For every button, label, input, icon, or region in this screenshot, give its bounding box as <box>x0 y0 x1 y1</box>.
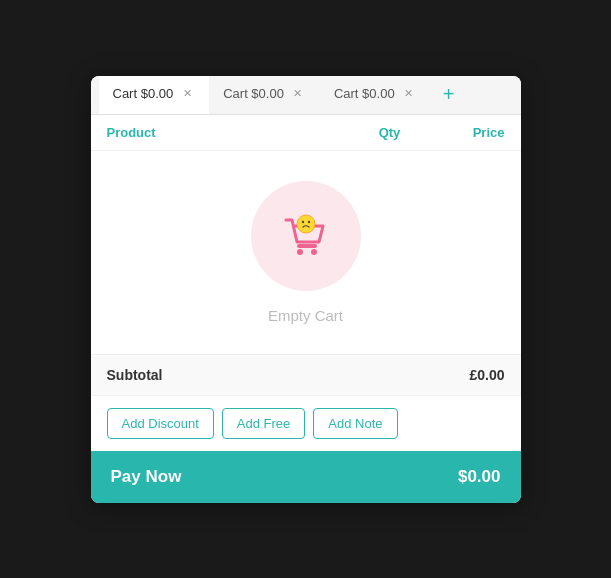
tab-close-1[interactable]: ✕ <box>179 86 195 102</box>
add-tab-icon: + <box>443 83 455 106</box>
svg-point-2 <box>311 249 317 255</box>
product-column-header: Product <box>107 125 355 140</box>
subtotal-row: Subtotal £0.00 <box>91 354 521 396</box>
tab-cart-1[interactable]: Cart $0.00 ✕ <box>99 76 210 114</box>
svg-point-4 <box>301 220 303 222</box>
subtotal-label: Subtotal <box>107 367 163 383</box>
qty-column-header: Qty <box>355 125 425 140</box>
svg-point-3 <box>297 215 315 233</box>
price-column-header: Price <box>425 125 505 140</box>
svg-rect-0 <box>297 244 317 248</box>
empty-cart-icon <box>276 206 336 266</box>
tab-close-2[interactable]: ✕ <box>290 86 306 102</box>
action-buttons-bar: Add Discount Add Free Add Note <box>91 396 521 451</box>
add-note-button[interactable]: Add Note <box>313 408 397 439</box>
empty-cart-text: Empty Cart <box>268 307 343 324</box>
add-discount-button[interactable]: Add Discount <box>107 408 214 439</box>
tab-cart-2[interactable]: Cart $0.00 ✕ <box>209 76 320 114</box>
tab-bar: Cart $0.00 ✕ Cart $0.00 ✕ Cart $0.00 ✕ + <box>91 76 521 115</box>
pay-now-button[interactable]: Pay Now $0.00 <box>91 451 521 503</box>
empty-cart-icon-wrap <box>251 181 361 291</box>
svg-point-1 <box>297 249 303 255</box>
pay-now-label: Pay Now <box>111 467 182 487</box>
tab-cart-3[interactable]: Cart $0.00 ✕ <box>320 76 431 114</box>
subtotal-value: £0.00 <box>469 367 504 383</box>
tab-label-1: Cart $0.00 <box>113 86 174 101</box>
cart-body: Empty Cart <box>91 151 521 354</box>
add-free-button[interactable]: Add Free <box>222 408 305 439</box>
column-headers: Product Qty Price <box>91 115 521 151</box>
tab-label-3: Cart $0.00 <box>334 86 395 101</box>
pay-now-amount: $0.00 <box>458 467 501 487</box>
tab-label-2: Cart $0.00 <box>223 86 284 101</box>
tab-close-3[interactable]: ✕ <box>401 86 417 102</box>
add-tab-button[interactable]: + <box>435 81 463 109</box>
pos-window: Cart $0.00 ✕ Cart $0.00 ✕ Cart $0.00 ✕ +… <box>91 76 521 503</box>
svg-point-5 <box>307 220 309 222</box>
